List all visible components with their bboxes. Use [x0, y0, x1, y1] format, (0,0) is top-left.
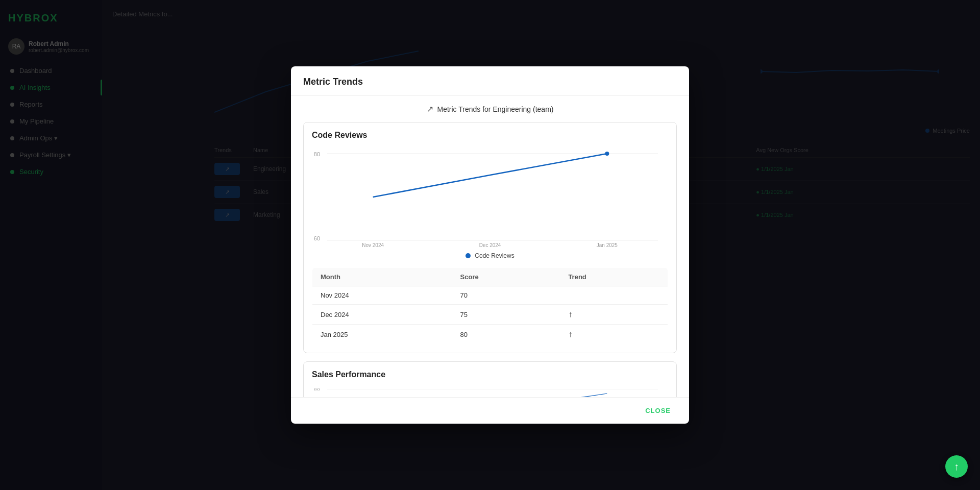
modal-header: Metric Trends — [291, 66, 689, 96]
svg-text:Dec 2024: Dec 2024 — [479, 242, 501, 248]
legend-label-code-reviews: Code Reviews — [475, 252, 514, 259]
legend-dot-code-reviews — [465, 253, 471, 258]
cell-trend-3: ↑ — [560, 325, 668, 345]
modal-body[interactable]: ↗ Metric Trends for Engineering (team) C… — [291, 96, 689, 397]
svg-point-9 — [605, 152, 609, 156]
code-reviews-title: Code Reviews — [312, 131, 668, 140]
cell-month-2: Dec 2024 — [312, 305, 452, 325]
cell-trend-1 — [560, 286, 668, 305]
cell-trend-2: ↑ — [560, 305, 668, 325]
scroll-to-top-button[interactable]: ↑ — [945, 455, 968, 478]
chart-trend-icon: ↗ — [427, 104, 433, 114]
modal-overlay[interactable]: Metric Trends ↗ Metric Trends for Engine… — [0, 0, 980, 490]
table-row: Jan 2025 80 ↑ — [312, 325, 668, 345]
cell-month-1: Nov 2024 — [312, 286, 452, 305]
modal-dialog: Metric Trends ↗ Metric Trends for Engine… — [291, 66, 689, 424]
close-button[interactable]: CLOSE — [639, 404, 677, 418]
chevron-up-icon: ↑ — [954, 461, 959, 473]
table-row: Nov 2024 70 — [312, 286, 668, 305]
sales-performance-title: Sales Performance — [312, 370, 668, 379]
svg-text:80: 80 — [314, 151, 320, 157]
cell-score-1: 70 — [452, 286, 560, 305]
cell-score-2: 75 — [452, 305, 560, 325]
code-reviews-table: Month Score Trend Nov 2024 70 — [312, 267, 668, 345]
col-score: Score — [452, 268, 560, 286]
sales-performance-card: Sales Performance 80 — [303, 361, 677, 397]
col-trend: Trend — [560, 268, 668, 286]
modal-chart-title: Metric Trends for Engineering (team) — [437, 105, 554, 113]
svg-text:80: 80 — [314, 388, 320, 391]
col-month: Month — [312, 268, 452, 286]
modal-footer: CLOSE — [291, 397, 689, 424]
sales-performance-chart: 80 — [312, 385, 668, 397]
code-reviews-card: Code Reviews 80 60 Nov 2024 Dec 2024 Jan… — [303, 122, 677, 353]
svg-text:Jan 2025: Jan 2025 — [597, 242, 618, 248]
svg-text:Nov 2024: Nov 2024 — [362, 242, 384, 248]
sales-performance-svg: 80 — [312, 385, 668, 397]
cell-score-3: 80 — [452, 325, 560, 345]
cell-month-3: Jan 2025 — [312, 325, 452, 345]
code-reviews-chart: 80 60 Nov 2024 Dec 2024 Jan 2025 — [312, 146, 668, 248]
code-reviews-svg: 80 60 Nov 2024 Dec 2024 Jan 2025 — [312, 146, 668, 248]
modal-title: Metric Trends — [303, 77, 677, 87]
code-reviews-legend: Code Reviews — [312, 252, 668, 259]
modal-chart-title-row: ↗ Metric Trends for Engineering (team) — [303, 104, 677, 114]
table-row: Dec 2024 75 ↑ — [312, 305, 668, 325]
svg-text:60: 60 — [314, 235, 320, 241]
